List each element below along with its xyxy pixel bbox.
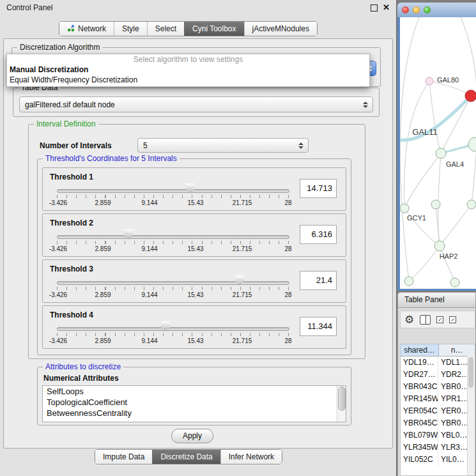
scale-label: 15.43 [187, 337, 203, 344]
node[interactable] [426, 77, 433, 85]
cell[interactable]: YBL079W [401, 429, 438, 441]
table-data-combo[interactable]: galFiltered.sif default node [19, 96, 373, 112]
tab-select[interactable]: Select [147, 22, 184, 36]
cell[interactable]: YER054C [401, 405, 438, 417]
node-label: HAP2 [440, 252, 458, 260]
bottom-tab-bar: Impute Data Discretize Data Infer Networ… [95, 449, 282, 464]
threshold-3-value-field[interactable]: 21.4 [300, 271, 337, 290]
node-label: GAL4 [446, 160, 464, 168]
table-row[interactable]: YDR27… YDR2… [401, 369, 475, 381]
top-tab-bar: Network Style Select Cyni Toolbox jActiv… [59, 21, 318, 36]
column-header-shared-name[interactable]: shared… [401, 344, 439, 356]
tab-network[interactable]: Network [59, 22, 114, 36]
scale-label: 2.859 [95, 291, 111, 298]
table-row[interactable]: YBR045C YBR0… [401, 417, 475, 429]
threshold-2-slider-track[interactable] [57, 235, 289, 239]
threshold-1-slider-track[interactable] [57, 189, 289, 193]
column-header-name[interactable]: n… [439, 344, 475, 356]
threshold-label: Threshold 2 [50, 219, 93, 227]
scale-label: 28 [284, 245, 291, 252]
node[interactable] [450, 278, 459, 287]
select-none-icon[interactable]: ✓ [449, 316, 456, 323]
cell[interactable]: YBR043C [401, 381, 438, 393]
threshold-1-value-field[interactable]: 14.713 [300, 179, 337, 198]
network-window-titlebar[interactable] [397, 3, 476, 18]
tab-label: Cyni Toolbox [192, 24, 236, 33]
cell[interactable]: YLR345W [401, 441, 438, 454]
threshold-3-slider-track[interactable] [57, 281, 289, 285]
scrollbar-thumb[interactable] [338, 387, 346, 411]
threshold-2-value-field[interactable]: 6.316 [300, 225, 337, 244]
scale-label: -3.426 [49, 337, 67, 344]
network-canvas[interactable]: GAL80 GAL11 GAL4 GCY1 HAP2 [400, 17, 476, 289]
node-label: GAL11 [412, 127, 438, 137]
slider-ticks [57, 241, 289, 244]
node[interactable] [400, 204, 409, 213]
cell[interactable]: YBR045C [401, 417, 438, 429]
node[interactable] [431, 200, 440, 209]
network-view-window: GAL80 GAL11 GAL4 GCY1 HAP2 [397, 3, 476, 291]
scrollbar-thumb[interactable] [468, 357, 473, 388]
node[interactable] [468, 137, 476, 151]
table-row[interactable]: YIL052C YIL0… [401, 454, 475, 466]
scale-label: 15.43 [187, 199, 203, 206]
gear-icon[interactable]: ⚙ [404, 314, 414, 325]
tab-jactivemnodules[interactable]: jActiveMNodules [244, 22, 317, 36]
node-attribute-table: shared… n… YDL19… YDL1… YDR27… YDR2… YBR… [400, 344, 475, 476]
network-tab-icon [67, 24, 75, 34]
threshold-label: Threshold 4 [50, 311, 93, 319]
list-item[interactable]: SelfLoops [43, 386, 346, 397]
dropdown-option-manual-discretization[interactable]: Manual Discretization [7, 65, 369, 75]
list-item[interactable]: TopologicalCoefficient [43, 397, 346, 408]
scale-label: 9.144 [141, 291, 157, 298]
cell[interactable]: YPR145W [401, 393, 438, 405]
scale-label: 2.859 [95, 245, 111, 252]
combo-value: 5 [143, 139, 148, 152]
table-row[interactable]: YBL079W YBL0… [401, 429, 475, 441]
tab-impute-data[interactable]: Impute Data [95, 450, 152, 464]
threshold-2-panel: Threshold 2 -3.426 2.859 9.144 15.43 21.… [42, 213, 346, 257]
table-row[interactable]: YLR345W YLR3… [401, 441, 475, 454]
cell[interactable]: YDR27… [401, 369, 438, 381]
node[interactable] [404, 277, 413, 286]
scale-label: 21.715 [233, 291, 252, 298]
threshold-label: Threshold 1 [50, 173, 93, 181]
table-row[interactable]: YPR145W YPR1… [401, 393, 475, 405]
tab-cyni-toolbox[interactable]: Cyni Toolbox [184, 22, 243, 36]
close-window-icon[interactable] [402, 6, 409, 13]
number-of-intervals-combo[interactable]: 5 [137, 138, 309, 153]
node[interactable] [436, 148, 446, 158]
select-all-icon[interactable]: ✓ [436, 316, 443, 323]
columns-icon[interactable] [420, 315, 431, 325]
selected-node[interactable] [465, 90, 476, 102]
number-of-intervals-label: Number of Intervals [40, 141, 112, 150]
list-item[interactable]: BetweennessCentrality [43, 408, 346, 418]
tab-label: Network [78, 24, 106, 33]
apply-button[interactable]: Apply [171, 429, 213, 443]
minimize-window-icon[interactable] [413, 6, 420, 13]
threshold-4-slider-track[interactable] [57, 327, 289, 331]
cell[interactable]: YDL19… [401, 357, 438, 369]
zoom-window-icon[interactable] [424, 6, 431, 13]
dropdown-option-equal-width-frequency[interactable]: Equal Width/Frequency Discretization [7, 75, 369, 85]
scale-label: 28 [284, 291, 291, 298]
node[interactable] [467, 200, 476, 209]
table-scrollbar[interactable] [467, 356, 475, 475]
float-window-icon[interactable] [371, 4, 378, 12]
tab-label: Style [122, 24, 139, 33]
table-row[interactable]: YER054C YER0… [401, 405, 475, 417]
threshold-label: Threshold 3 [50, 265, 93, 273]
threshold-4-value-field[interactable]: 11.344 [300, 317, 337, 336]
tab-infer-network[interactable]: Infer Network [220, 450, 282, 464]
close-icon[interactable]: ✕ [383, 3, 390, 12]
table-row[interactable]: YBR043C YBR0… [401, 381, 475, 393]
table-row[interactable]: YDL19… YDL1… [401, 357, 475, 369]
threshold-4-panel: Threshold 4 -3.426 2.859 9.144 15.43 21.… [42, 305, 346, 349]
tab-style[interactable]: Style [114, 22, 147, 36]
scale-label: 21.715 [233, 337, 252, 344]
list-scrollbar[interactable] [337, 386, 346, 422]
cell[interactable]: YIL052C [401, 454, 438, 466]
node[interactable] [434, 241, 445, 251]
tab-discretize-data[interactable]: Discretize Data [152, 450, 220, 464]
tab-label: jActiveMNodules [252, 24, 309, 33]
